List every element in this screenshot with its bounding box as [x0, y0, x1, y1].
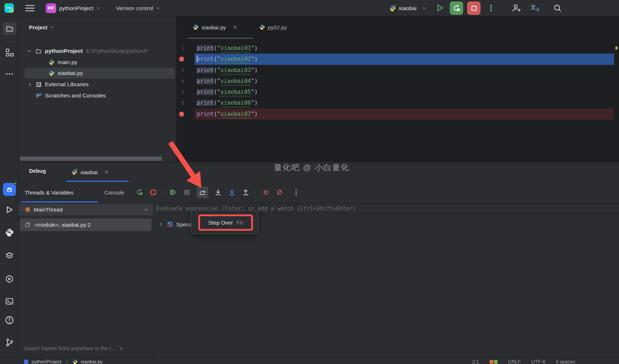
stack-frame-row[interactable]: <module>, xiaobai.py:2: [20, 218, 151, 231]
gutter[interactable]: 4: [176, 76, 195, 87]
breadcrumb[interactable]: pythonProject xiaobai.py: [24, 359, 103, 364]
mute-breakpoints-button[interactable]: [275, 188, 283, 196]
sidebar-item-structure[interactable]: [5, 48, 14, 57]
stop-square-icon: [471, 6, 477, 11]
libraries-icon: [36, 81, 42, 88]
sidebar-divider: [4, 41, 14, 42]
code-line-4[interactable]: 4 print("xiaobai04"): [176, 76, 619, 87]
color-scheme-icon[interactable]: [490, 360, 498, 364]
tab-console[interactable]: Console: [104, 182, 124, 202]
step-out-button[interactable]: [242, 188, 250, 196]
tree-item-label: External Libraries: [45, 81, 89, 88]
gutter[interactable]: 6: [176, 97, 195, 108]
code-with-me-button[interactable]: [512, 4, 521, 13]
sidebar-item-run[interactable]: [5, 205, 14, 214]
debug-panel-title: Debug: [29, 168, 46, 174]
more-actions-button[interactable]: [487, 4, 495, 12]
folder-icon: [36, 48, 42, 54]
python-file-icon: [259, 24, 265, 30]
more-debug-actions-button[interactable]: [292, 188, 300, 196]
python-file-icon: [72, 359, 78, 364]
line-ending-widget[interactable]: CRLF: [508, 359, 521, 364]
debug-toolwindow: Debug xiaobai Threads & Variables Consol…: [19, 162, 619, 357]
sidebar-item-version-control[interactable]: [5, 338, 14, 347]
tree-row-external-libraries[interactable]: External Libraries: [19, 79, 176, 90]
caret-position-widget[interactable]: 2:1: [472, 359, 479, 364]
tab-threads-variables[interactable]: Threads & Variables: [25, 182, 74, 202]
sidebar-item-debug[interactable]: [3, 183, 16, 196]
thread-selector[interactable]: MainThread: [19, 204, 153, 216]
chevron-right-icon[interactable]: [28, 82, 33, 87]
chevron-down-icon[interactable]: [27, 49, 32, 54]
sidebar-item-services[interactable]: [5, 275, 14, 283]
debug-session-tab[interactable]: xiaobai: [66, 164, 114, 180]
code-line-5[interactable]: 5 print("xiaobai05"): [176, 87, 619, 97]
force-step-into-button[interactable]: [228, 188, 236, 196]
thread-status-icon: [25, 207, 30, 212]
breadcrumb-file[interactable]: xiaobai.py: [81, 359, 103, 364]
project-widget[interactable]: pythonProject: [59, 0, 101, 16]
breakpoint-icon[interactable]: [179, 57, 184, 62]
close-icon[interactable]: [119, 346, 124, 351]
encoding-widget[interactable]: UTF-8: [531, 359, 545, 364]
translate-button[interactable]: 文 A: [531, 4, 543, 13]
gutter[interactable]: [176, 54, 195, 64]
frame-icon: [25, 222, 31, 228]
editor-tab-py02[interactable]: py02.py: [259, 16, 287, 38]
tree-row-python-project[interactable]: pythonProject E:\PythonStudy\pythonProje: [19, 46, 176, 57]
breakpoint-icon[interactable]: [179, 112, 184, 117]
python-run-icon: [71, 169, 77, 175]
project-name-label: pythonProject: [59, 5, 94, 12]
tree-row-xiaobai-py[interactable]: xiaobai.py: [19, 68, 176, 79]
tree-item-path: E:\PythonStudy\pythonProje: [86, 48, 148, 54]
error-stripe-warning-mark[interactable]: [615, 46, 618, 50]
sidebar-item-more-toolwindows[interactable]: [5, 70, 14, 78]
sidebar-item-terminal[interactable]: [5, 297, 14, 306]
code-line-6[interactable]: 6 print("xiaobai06"): [176, 97, 619, 108]
chevron-right-icon[interactable]: [159, 222, 164, 227]
search-everywhere-button[interactable]: [553, 4, 562, 12]
indent-widget[interactable]: 4 spaces: [556, 359, 575, 364]
project-panel-title[interactable]: Project: [29, 24, 54, 30]
debug-toolbar: Threads & Variables Console: [19, 182, 619, 204]
sidebar-item-python-console[interactable]: [5, 228, 14, 237]
sidebar-item-project[interactable]: [3, 22, 16, 35]
tree-row-main-py[interactable]: main.py: [19, 57, 176, 68]
view-breakpoints-button[interactable]: [262, 188, 270, 196]
sidebar-item-python-packages[interactable]: [5, 251, 14, 260]
sidebar-item-problems[interactable]: [5, 315, 14, 325]
version-control-widget[interactable]: Version control: [116, 0, 161, 16]
close-icon[interactable]: [104, 170, 109, 175]
gutter[interactable]: [176, 109, 195, 120]
chevron-down-icon: [50, 25, 54, 30]
tree-item-label: Scratches and Consoles: [45, 92, 106, 99]
thread-name: MainThread: [34, 206, 63, 213]
gutter[interactable]: 5: [176, 87, 195, 97]
project-badge[interactable]: PP: [46, 3, 56, 13]
rerun-debug-button[interactable]: [136, 188, 144, 196]
frames-panel: MainThread <module>, xiaobai.py:2 Switch…: [19, 204, 153, 357]
chevron-down-icon: [144, 207, 149, 212]
editor-tab-xiaobai[interactable]: xiaobai.py: [193, 16, 238, 38]
code-line-7-breakpoint[interactable]: print("xiaobai07"): [176, 109, 619, 120]
gutter[interactable]: 1: [176, 43, 195, 54]
main-menu-button[interactable]: [25, 5, 34, 12]
stop-button[interactable]: [467, 1, 481, 15]
tree-row-scratches[interactable]: Scratches and Consoles: [19, 90, 176, 101]
run-button[interactable]: [436, 4, 444, 12]
python-file-icon: [49, 59, 54, 65]
status-widgets: 2:1 CRLF UTF-8 4 spaces: [472, 359, 575, 364]
restart-debug-button[interactable]: [450, 1, 463, 15]
gutter[interactable]: 3: [176, 65, 195, 76]
close-icon[interactable]: [233, 25, 238, 30]
breadcrumb-project[interactable]: pythonProject: [32, 359, 62, 364]
running-indicator-dot: [75, 168, 78, 171]
run-configuration-widget[interactable]: xiaobai: [389, 0, 427, 16]
code-line-1[interactable]: 1 print("xiaobai01"): [176, 43, 619, 54]
horizontal-scrollbar[interactable]: [20, 156, 162, 161]
code-line-3[interactable]: 3 print("xiaobai03"): [176, 65, 619, 76]
code-editor[interactable]: 1 print("xiaobai01") print("xiaobai02") …: [176, 39, 619, 120]
code-line-2-execution[interactable]: print("xiaobai02"): [176, 54, 619, 64]
status-bar: pythonProject xiaobai.py 2:1 CRLF UTF-8 …: [0, 357, 619, 364]
hint-text: Switch frames from anywhere in the I...: [24, 346, 115, 351]
